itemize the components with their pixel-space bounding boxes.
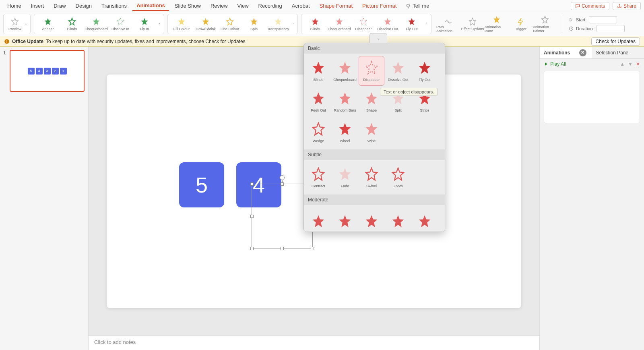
anim-appear[interactable]: Appear xyxy=(36,17,60,31)
anim-blinds[interactable]: Blinds xyxy=(60,17,84,31)
resize-handle[interactable] xyxy=(250,182,254,186)
close-pane-icon[interactable]: ✕ xyxy=(579,49,586,56)
dd-item-wheel[interactable]: Wheel xyxy=(332,117,358,147)
star-icon xyxy=(310,121,326,137)
anim-grow-shrink[interactable]: Grow/Shrink xyxy=(194,17,218,31)
slide-thumb-1[interactable]: 5 4 3 2 1 xyxy=(10,50,85,92)
tab-home[interactable]: Home xyxy=(3,1,25,10)
dd-section-basic: Basic xyxy=(304,43,445,54)
rotate-handle[interactable] xyxy=(280,175,285,180)
anim-exit-dissolve-out[interactable]: Dissolve Out xyxy=(376,17,400,31)
anim-exit-disappear[interactable]: Disappear xyxy=(351,17,376,31)
dd-item-moderate[interactable] xyxy=(332,207,358,232)
anim-fill-colour[interactable]: Fill Colour xyxy=(169,17,194,31)
dd-item-blinds[interactable]: Blinds xyxy=(305,56,331,86)
comments-button[interactable]: Comments xyxy=(571,2,609,10)
anim-exit-chequerboard[interactable]: Chequerboard xyxy=(327,17,351,31)
tab-animations[interactable]: Animations xyxy=(132,1,169,11)
anim-transparency[interactable]: Transparency xyxy=(266,17,290,31)
dd-section-subtle: Subtle xyxy=(304,149,445,160)
dd-item-wedge[interactable]: Wedge xyxy=(305,117,331,147)
gallery-dropdown-toggle[interactable]: ⌄ xyxy=(369,33,387,43)
anim-spin[interactable]: Spin xyxy=(242,17,266,31)
tab-draw[interactable]: Draw xyxy=(50,1,70,10)
tab-view[interactable]: View xyxy=(233,1,253,10)
star-icon xyxy=(250,17,258,26)
resize-handle[interactable] xyxy=(250,247,254,250)
animation-painter[interactable]: Animation Painter xyxy=(533,15,557,33)
play-all-button[interactable]: Play All xyxy=(550,61,566,67)
thumb-box: 3 xyxy=(44,68,51,75)
move-down-icon[interactable]: ▼ xyxy=(628,61,633,67)
start-input[interactable] xyxy=(589,16,617,23)
share-label: Share xyxy=(623,3,636,9)
star-icon xyxy=(407,17,416,26)
slide-thumbnails: 1 5 4 3 2 1 xyxy=(0,47,89,350)
dd-item-moderate[interactable] xyxy=(359,207,384,232)
tab-slideshow[interactable]: Slide Show xyxy=(171,1,205,10)
check-updates-button[interactable]: Check for Updates xyxy=(591,37,640,46)
star-icon xyxy=(337,166,353,182)
move-up-icon[interactable]: ▲ xyxy=(620,61,625,67)
preview-button[interactable]: Preview xyxy=(5,17,25,31)
anim-chequerboard[interactable]: Chequerboard xyxy=(84,17,108,31)
tab-shape-format[interactable]: Shape Format xyxy=(316,1,357,10)
notes-pane[interactable]: Click to add notes xyxy=(89,336,539,350)
dd-item-moderate[interactable] xyxy=(305,207,331,232)
star-icon xyxy=(10,17,19,26)
share-button[interactable]: Share xyxy=(613,2,641,10)
tab-recording[interactable]: Recording xyxy=(254,1,286,10)
delete-icon[interactable]: ✕ xyxy=(636,61,640,67)
animation-pane[interactable]: Animation Pane xyxy=(485,15,509,33)
dd-item-swivel[interactable]: Swivel xyxy=(359,162,384,192)
resize-handle[interactable] xyxy=(311,247,314,250)
effect-options[interactable]: Effect Options xyxy=(460,17,485,31)
trigger[interactable]: Trigger xyxy=(509,17,533,31)
dd-item-disappear[interactable]: Disappear xyxy=(359,56,384,86)
dd-item-fade[interactable]: Fade xyxy=(332,162,358,192)
pane-tab-animations[interactable]: Animations ✕ xyxy=(540,47,592,58)
resize-handle[interactable] xyxy=(281,247,284,250)
preview-label: Preview xyxy=(8,27,21,31)
dd-item-dissolve-out[interactable]: Dissolve Out xyxy=(385,56,411,86)
tab-picture-format[interactable]: Picture Format xyxy=(358,1,400,10)
anim-fly-in[interactable]: Fly In xyxy=(132,17,157,31)
dd-item-wipe[interactable]: Wipe xyxy=(359,117,384,147)
duration-input[interactable] xyxy=(597,25,625,32)
dd-item-peek-out[interactable]: Peek Out xyxy=(305,87,331,116)
anim-exit-blinds[interactable]: Blinds xyxy=(303,17,327,31)
resize-handle[interactable] xyxy=(281,182,284,186)
dd-item-moderate[interactable] xyxy=(385,207,411,232)
pane-tab-selection[interactable]: Selection Pane xyxy=(592,47,644,58)
tab-insert[interactable]: Insert xyxy=(27,1,48,10)
entrance-gallery: Appear Blinds Chequerboard Dissolve In F… xyxy=(34,14,164,34)
dd-item-moderate[interactable] xyxy=(412,207,438,232)
anim-exit-fly-out[interactable]: Fly Out xyxy=(400,17,424,31)
emphasis-more[interactable]: › xyxy=(290,21,296,27)
comments-label: Comments xyxy=(582,3,605,9)
exit-more[interactable]: › xyxy=(424,21,429,27)
animation-list[interactable] xyxy=(544,71,640,123)
shape-box-5[interactable]: 5 xyxy=(179,162,224,207)
path-animation[interactable]: Path Animation xyxy=(436,15,460,33)
tell-me[interactable]: Tell me xyxy=(405,3,429,9)
dd-item-random-bars[interactable]: Random Bars xyxy=(332,87,358,116)
star-icon xyxy=(492,15,501,24)
tab-design[interactable]: Design xyxy=(72,1,96,10)
entrance-more[interactable]: › xyxy=(157,21,162,27)
star-icon xyxy=(363,91,380,107)
tab-transitions[interactable]: Transitions xyxy=(97,1,131,10)
star-icon xyxy=(310,60,326,76)
resize-handle[interactable] xyxy=(250,215,254,218)
tab-acrobat[interactable]: Acrobat xyxy=(288,1,314,10)
anim-tools: Path Animation Effect Options Animation … xyxy=(435,14,559,34)
anim-dissolve-in[interactable]: Dissolve In xyxy=(108,17,132,31)
svg-point-0 xyxy=(407,4,410,7)
dd-item-fly-out[interactable]: Fly Out xyxy=(412,56,438,86)
dd-item-zoom[interactable]: Zoom xyxy=(385,162,411,192)
star-icon xyxy=(390,213,406,230)
anim-line-colour[interactable]: Line Colour xyxy=(218,17,242,31)
dd-item-chequerboard[interactable]: Chequerboard xyxy=(332,56,358,86)
tab-review[interactable]: Review xyxy=(206,1,232,10)
dd-item-contract[interactable]: Contract xyxy=(305,162,331,192)
